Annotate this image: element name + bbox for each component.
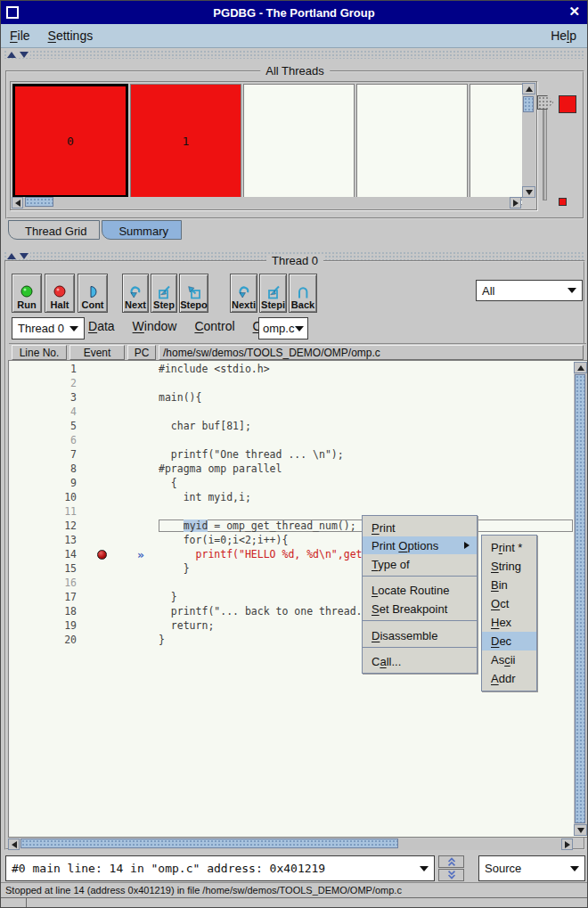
submenu-item[interactable]: Bin [482,576,536,594]
debug-menu-item[interactable]: Window [133,319,177,333]
source-line[interactable]: 1 #include <stdio.h> [9,362,573,376]
thread-select[interactable]: Thread 0 [12,317,85,339]
source-line[interactable]: 8 #pragma omp parallel [9,462,573,476]
source-line[interactable]: 7 printf("One thread ... \n"); [9,447,573,462]
grid-zoom-slider-track[interactable] [543,106,547,200]
window-bottom-edge [1,897,587,907]
location-select[interactable]: #0 main line: 14 in "omp.c" address: 0x4… [5,855,435,881]
col-header-pc[interactable]: PC [127,345,156,360]
splitter-collapse-up-icon[interactable] [7,52,16,58]
thread-cell[interactable]: 0 [12,84,128,198]
tab[interactable]: Thread Grid [8,220,100,240]
splitter-collapse-down-icon[interactable] [20,52,29,58]
context-menu-item[interactable]: Locate Routine [363,581,477,599]
context-menu-item[interactable]: Print [363,519,477,536]
scroll-up-icon[interactable] [522,83,535,94]
submenu-item[interactable]: Hex [482,613,536,632]
context-menu-item[interactable]: Call... [363,652,477,670]
menu-file[interactable]: File [1,26,39,45]
source-line[interactable]: 3 main(){ [9,390,573,405]
stepi-button[interactable]: Stepi [259,274,287,313]
source-line[interactable]: 9 { [9,476,573,490]
line-number: 6 [9,434,80,446]
context-menu: Print Print Options Type of Locate Routi… [362,515,478,674]
stack-down-button[interactable] [438,869,464,881]
context-menu-item[interactable]: Type of [363,554,477,577]
submenu-item[interactable]: Ascii [482,650,536,669]
stepo-button[interactable]: Stepo [179,274,208,313]
col-header-event[interactable]: Event [69,345,125,360]
thread-cell-column [243,84,355,205]
hscroll-thumb[interactable] [25,197,53,207]
submenu-item[interactable]: Addr [482,669,536,688]
thread-cell-column [356,84,468,205]
scroll-right-icon[interactable] [510,197,521,209]
tab[interactable]: Summary [102,220,182,240]
col-header-file-path[interactable]: /home/sw/demos/TOOLS_DEMO/OMP/omp.c [159,345,584,360]
file-select[interactable]: omp.c [258,317,308,339]
line-number: 19 [9,619,80,632]
code-pre: { [159,477,177,489]
thread-grid-hscrollbar[interactable] [12,197,521,209]
thread-grid-vscrollbar[interactable] [522,83,535,198]
halt-button[interactable]: Halt [45,274,75,313]
col-header-lineno[interactable]: Line No. [12,345,67,360]
scroll-up-icon[interactable] [574,362,587,373]
back-button[interactable]: Back [289,274,317,313]
event-column[interactable] [80,550,123,560]
code-pre: } [159,634,165,646]
debug-menu-item[interactable]: Control [194,319,234,333]
code-pre: int myid,i; [159,491,251,503]
grid-zoom-slider-handle[interactable] [537,95,553,110]
thread-cell[interactable]: 1 [130,84,241,198]
stack-up-button[interactable] [438,855,464,868]
scroll-left-icon[interactable] [12,197,23,209]
scroll-right-icon[interactable] [561,838,573,850]
source-line[interactable]: 10 int myid,i; [9,490,573,504]
splitter-top[interactable] [4,50,584,59]
submenu-item[interactable]: Oct [482,594,536,613]
source-vscrollbar[interactable] [574,362,587,836]
cont-button[interactable]: Cont [78,274,108,313]
line-number: 4 [9,405,80,418]
debug-menu-item[interactable]: Data [88,319,115,333]
vscroll-thumb[interactable] [575,374,585,823]
splitter-collapse-up-icon[interactable] [7,253,16,259]
step-button[interactable]: Step [151,274,177,313]
context-menu-item[interactable]: Print Options [363,536,477,554]
vscroll-thumb[interactable] [523,96,534,112]
hscroll-thumb[interactable] [20,838,398,848]
menu-help[interactable]: Help [542,26,585,45]
nexti-button[interactable]: Nexti [230,274,257,313]
scroll-left-icon[interactable] [8,838,20,850]
title-bar[interactable]: PGDBG - The Portland Group ✕ [1,1,587,24]
submenu-item[interactable]: String [482,557,536,576]
run-button[interactable]: Run [12,274,42,313]
scroll-down-icon[interactable] [522,186,535,198]
scroll-down-icon[interactable] [574,824,587,836]
close-icon[interactable]: ✕ [568,4,580,20]
source-line[interactable]: 5 char buf[81]; [9,419,573,433]
source-line[interactable]: 11 [9,504,573,519]
scope-select[interactable]: All [476,280,583,301]
menu-bar: File Settings Help [1,24,587,48]
thread-cell[interactable] [243,84,355,198]
thread-cell[interactable] [356,84,468,198]
context-menu-item[interactable]: Set Breakpoint [363,599,477,621]
next-button[interactable]: Next [122,274,149,313]
submenu-item[interactable]: Print * [482,538,536,557]
dropdown-arrow-icon [420,866,429,871]
thread-state-color-swatch [559,95,576,113]
view-mode-select[interactable]: Source [478,855,585,881]
submenu-item[interactable]: Dec [482,632,536,650]
source-hscrollbar[interactable] [8,838,573,850]
splitter-collapse-down-icon[interactable] [20,253,29,259]
menu-settings[interactable]: Settings [39,26,102,45]
context-menu-item[interactable]: Disassemble [363,626,477,648]
menu-item-label: Locate Routine [372,584,449,597]
source-line[interactable]: 2 [9,376,573,390]
source-line[interactable]: 12 myid = omp_get_thread_num(); [9,519,573,533]
source-line[interactable]: 6 [9,433,573,447]
thread-cell[interactable] [470,84,522,198]
source-line[interactable]: 4 [9,405,573,419]
